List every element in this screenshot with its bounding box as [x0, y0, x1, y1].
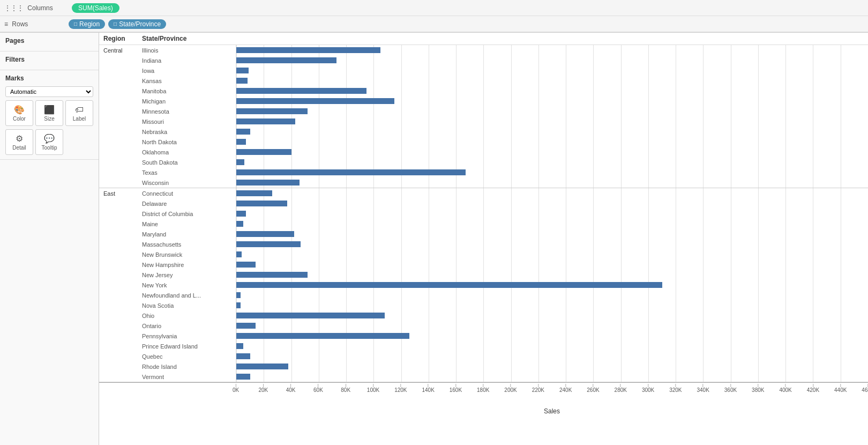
bar[interactable] [236, 262, 256, 268]
pages-title: Pages [5, 37, 93, 44]
bar-cell [236, 177, 868, 188]
axis-ticks: 0K20K40K60K80K100K120K140K160K180K200K22… [236, 384, 868, 397]
bar[interactable] [236, 47, 380, 53]
bar[interactable] [236, 364, 288, 369]
tooltip-button[interactable]: 💬 Tooltip [35, 129, 63, 155]
table-row: Delaware [99, 198, 868, 209]
bar[interactable] [236, 88, 366, 94]
bar[interactable] [236, 169, 466, 175]
label-label: Label [73, 116, 86, 122]
bar[interactable] [236, 159, 244, 165]
size-button[interactable]: ⬛ Size [35, 100, 63, 126]
bar[interactable] [236, 313, 385, 318]
color-label: Color [13, 116, 26, 122]
bar-cell [236, 331, 868, 341]
bar-cell [236, 321, 868, 331]
bar[interactable] [236, 149, 291, 155]
bar[interactable] [236, 129, 250, 135]
table-row: Texas [99, 167, 868, 177]
marks-type-select[interactable]: Automatic [5, 86, 93, 97]
bar[interactable] [236, 282, 662, 288]
marks-title: Marks [5, 75, 93, 82]
bar[interactable] [236, 108, 308, 114]
state-cell: Delaware [142, 201, 236, 207]
label-button[interactable]: 🏷 Label [65, 100, 93, 126]
table-row: Pennsylvania [99, 331, 868, 341]
tooltip-label: Tooltip [42, 145, 57, 151]
table-row: Quebec [99, 351, 868, 361]
tooltip-icon: 💬 [44, 134, 55, 144]
color-button[interactable]: 🎨 Color [5, 100, 33, 126]
bar[interactable] [236, 180, 300, 186]
chart-header: Region State/Province [99, 33, 868, 45]
bar-cell [236, 116, 868, 127]
state-cell: Vermont [142, 374, 236, 380]
state-cell: Illinois [142, 47, 236, 54]
bar[interactable] [236, 374, 250, 380]
table-row: CentralIllinois [99, 45, 868, 55]
axis-tick: 300K [642, 384, 654, 393]
bar[interactable] [236, 272, 308, 278]
state-cell: Missouri [142, 118, 236, 125]
bar[interactable] [236, 333, 409, 339]
bar[interactable] [236, 211, 246, 217]
sum-sales-pill[interactable]: SUM(Sales) [72, 3, 119, 13]
region-cell-east: East [99, 190, 142, 197]
table-row: Maine [99, 219, 868, 229]
bar[interactable] [236, 221, 243, 227]
state-cell: New Jersey [142, 272, 236, 278]
axis-tick: 320K [669, 384, 682, 393]
region-pill-text: Region [79, 20, 100, 28]
bar[interactable] [236, 201, 287, 206]
state-cell: South Dakota [142, 159, 236, 166]
bar[interactable] [236, 302, 241, 308]
bar[interactable] [236, 292, 241, 298]
size-label: Size [44, 116, 54, 122]
region-pill-icon: □ [74, 21, 77, 27]
bar[interactable] [236, 57, 336, 63]
bar[interactable] [236, 78, 248, 84]
detail-icon: ⚙ [16, 134, 23, 144]
bar[interactable] [236, 190, 272, 196]
bar-cell [236, 351, 868, 361]
axis-tick: 440K [834, 384, 847, 393]
table-row: Michigan [99, 96, 868, 106]
bar-cell [236, 219, 868, 229]
bar[interactable] [236, 139, 246, 145]
state-cell: Nebraska [142, 129, 236, 135]
table-row: Iowa [99, 65, 868, 76]
detail-button[interactable]: ⚙ Detail [5, 129, 33, 155]
axis-tick: 260K [587, 384, 599, 393]
bar[interactable] [236, 241, 301, 247]
state-cell: Minnesota [142, 108, 236, 115]
bar[interactable] [236, 68, 249, 73]
bar-cell [236, 188, 868, 198]
bar[interactable] [236, 323, 256, 329]
bars-area-header [236, 35, 868, 42]
state-cell: Wisconsin [142, 180, 236, 186]
bar-cell [236, 290, 868, 300]
bar[interactable] [236, 343, 243, 349]
table-row: Massachusetts [99, 239, 868, 249]
state-province-pill[interactable]: □ State/Province [108, 19, 166, 29]
bar-cell [236, 157, 868, 167]
table-row: New York [99, 280, 868, 290]
bar[interactable] [236, 353, 250, 359]
bar[interactable] [236, 118, 295, 124]
axis-tick: 100K [367, 384, 379, 393]
bar[interactable] [236, 251, 242, 257]
bar[interactable] [236, 98, 394, 104]
table-row: New Brunswick [99, 249, 868, 259]
axis-tick: 360K [724, 384, 737, 393]
table-row: Nebraska [99, 127, 868, 137]
state-pill-text: State/Province [119, 20, 161, 28]
axis-title: Sales [544, 407, 560, 415]
chart-area: Region State/Province CentralIllinoisInd… [99, 33, 868, 445]
state-cell: Maine [142, 221, 236, 227]
region-pill[interactable]: □ Region [69, 19, 105, 29]
rows-icon: ≡ [4, 20, 8, 28]
state-cell: Michigan [142, 98, 236, 105]
bar[interactable] [236, 231, 294, 237]
state-cell: Manitoba [142, 88, 236, 94]
bar-cell [236, 198, 868, 209]
